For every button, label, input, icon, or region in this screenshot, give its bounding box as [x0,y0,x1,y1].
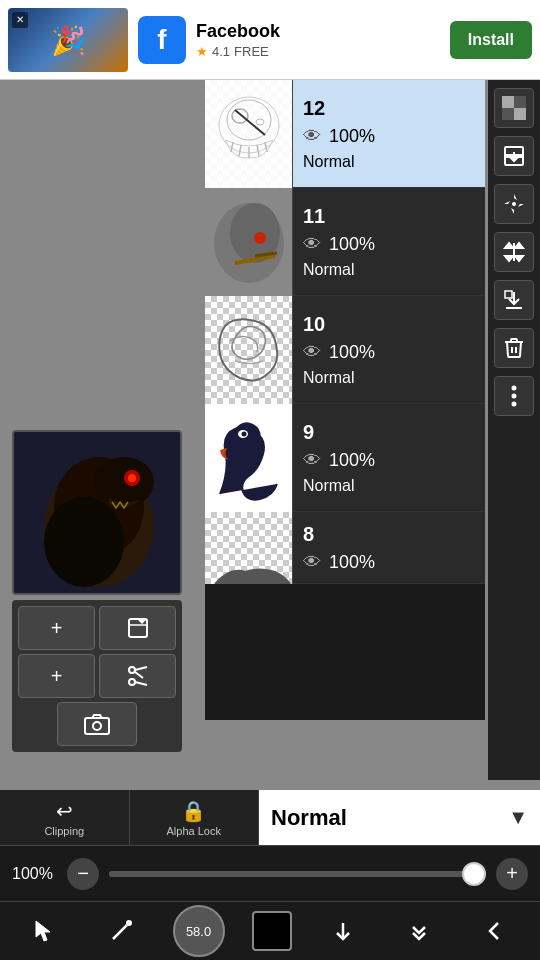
brush-tool-button[interactable] [97,907,145,955]
move-button[interactable] [494,184,534,224]
canvas-area: + + [0,80,540,800]
blend-mode-text: Normal [271,805,347,831]
ad-title: Facebook [196,21,450,42]
brush-size-indicator[interactable]: 58.0 [173,905,225,957]
camera-button[interactable] [57,702,137,746]
layer-visibility-12[interactable]: 👁 100% [303,126,475,147]
svg-point-59 [512,394,517,399]
opacity-slider-thumb[interactable] [462,862,486,886]
layer-thumb-11 [205,188,293,296]
opacity-slider[interactable] [109,871,486,877]
layer-thumb-10 [205,296,293,404]
ad-rating: 4.1 [212,44,230,59]
ad-banner[interactable]: ✕ f Facebook ★ 4.1 FREE Install [0,0,540,80]
svg-marker-43 [514,194,517,202]
more-options-button[interactable] [494,376,534,416]
checkerboard-button[interactable] [494,88,534,128]
alpha-lock-tab[interactable]: 🔒 Alpha Lock [130,790,260,845]
svg-point-15 [93,722,101,730]
dino-canvas-preview [14,432,180,593]
svg-marker-45 [504,201,512,204]
layer-icon-button[interactable] [99,606,176,650]
clipping-tab[interactable]: ↩ Clipping [0,790,130,845]
layer-thumb-8 [205,512,293,584]
opacity-decrease-button[interactable]: − [67,858,99,890]
opacity-value: 100% [12,865,57,883]
visibility-icon-11[interactable]: 👁 [303,234,321,255]
blend-mode-dropdown-arrow: ▼ [508,806,528,829]
flip-button[interactable] [494,232,534,272]
svg-point-10 [129,679,135,685]
layer-number-10: 10 [303,313,475,336]
svg-point-58 [512,386,517,391]
svg-marker-50 [505,256,513,261]
layer-info-12: 12 👁 100% Normal [293,97,485,171]
ad-image: ✕ [8,8,128,72]
visibility-icon-12[interactable]: 👁 [303,126,321,147]
ad-install-button[interactable]: Install [450,21,532,59]
svg-marker-61 [36,921,50,941]
cut-button[interactable] [99,654,176,698]
svg-point-5 [128,474,136,482]
svg-line-13 [135,672,143,678]
color-swatch[interactable] [252,911,292,951]
layer-number-12: 12 [303,97,475,120]
layer-item-8[interactable]: 8 👁 100% [205,512,485,584]
svg-line-11 [135,667,147,670]
import-button[interactable] [494,280,534,320]
layer-thumb-12 [205,80,293,188]
svg-point-9 [129,667,135,673]
svg-rect-14 [85,718,109,734]
svg-marker-51 [515,243,523,248]
layer-number-9: 9 [303,421,475,444]
ad-facebook-icon: f [138,16,186,64]
svg-point-6 [44,497,124,587]
layer-number-11: 11 [303,205,475,228]
layer-opacity-10: 100% [329,342,375,363]
tool-row: 58.0 [0,902,540,960]
layer-merge-button[interactable] [494,136,534,176]
layer-item-12[interactable]: 12 👁 100% Normal [205,80,485,188]
svg-line-62 [113,925,127,939]
selection-tool-button[interactable] [22,907,70,955]
layer-item-10[interactable]: 10 👁 100% Normal [205,296,485,404]
layer-visibility-9[interactable]: 👁 100% [303,450,475,471]
opacity-bar: 100% − + [0,846,540,902]
svg-rect-39 [514,108,526,120]
back-button[interactable] [470,907,518,955]
camera-btn-row [18,702,176,746]
layer-visibility-11[interactable]: 👁 100% [303,234,475,255]
visibility-icon-10[interactable]: 👁 [303,342,321,363]
svg-rect-36 [502,96,514,108]
layer-blend-9: Normal [303,477,475,495]
svg-line-12 [135,682,147,685]
canvas-preview[interactable] [12,430,182,595]
down-arrow-button[interactable] [319,907,367,955]
layer-visibility-8[interactable]: 👁 100% [303,552,475,573]
ad-close-icon[interactable]: ✕ [12,12,28,28]
opacity-increase-button[interactable]: + [496,858,528,890]
visibility-icon-8[interactable]: 👁 [303,552,321,573]
layer-opacity-8: 100% [329,552,375,573]
down-arrow2-button[interactable] [395,907,443,955]
add-layer-button[interactable]: + [18,606,95,650]
ad-text-block: Facebook ★ 4.1 FREE [196,21,450,59]
svg-marker-44 [511,206,514,214]
layer-opacity-9: 100% [329,450,375,471]
layer-item-11[interactable]: 11 👁 100% Normal [205,188,485,296]
layer-item-9[interactable]: 9 👁 100% Normal [205,404,485,512]
layer-info-10: 10 👁 100% Normal [293,313,485,387]
blend-mode-selector[interactable]: Normal ▼ [259,790,540,845]
add-button2[interactable]: + [18,654,95,698]
delete-button[interactable] [494,328,534,368]
layer-opacity-11: 100% [329,234,375,255]
layer-thumb-9 [205,404,293,512]
layer-blend-12: Normal [303,153,475,171]
layer-number-8: 8 [303,523,475,546]
ad-star-icon: ★ [196,44,208,59]
svg-point-63 [126,920,132,926]
visibility-icon-9[interactable]: 👁 [303,450,321,471]
layer-visibility-10[interactable]: 👁 100% [303,342,475,363]
layers-panel[interactable]: 12 👁 100% Normal [205,80,485,720]
blend-mode-bar: ↩ Clipping 🔒 Alpha Lock Normal ▼ [0,790,540,846]
